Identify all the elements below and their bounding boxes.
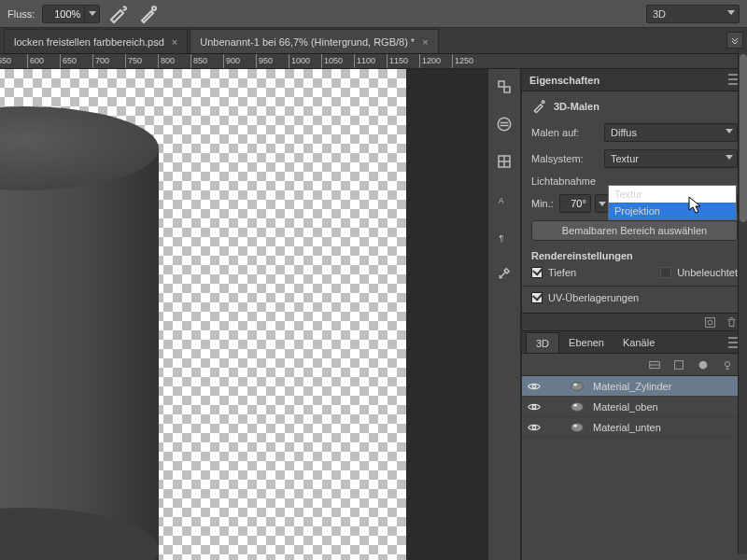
ruler-tick: 1050 [321, 54, 322, 69]
min-label: Min.: [531, 198, 554, 209]
document-tab-label: Unbenannt-1 bei 66,7% (Hintergrund, RGB/… [200, 36, 415, 48]
properties-panel-header[interactable]: Eigenschaften [522, 69, 747, 91]
svg-point-13 [725, 361, 729, 366]
ruler-tick: 650 [60, 54, 61, 69]
depth-checkbox[interactable]: Tiefen [531, 267, 576, 278]
horizontal-ruler[interactable]: 5506006507007508008509009501000105011001… [0, 54, 747, 69]
chevron-down-icon [89, 11, 96, 16]
material-icon [569, 399, 585, 414]
trash-icon[interactable] [726, 316, 738, 329]
layer-panel-tabs: 3D Ebenen Kanäle [522, 331, 747, 354]
material-row[interactable]: Material_oben [522, 397, 747, 417]
tab-overflow-button[interactable] [726, 32, 743, 49]
collapsed-panel-dock: A ¶ [487, 69, 521, 560]
ruler-tick: 950 [256, 54, 257, 69]
document-tab[interactable]: Unbenannt-1 bei 66,7% (Hintergrund, RGB/… [190, 29, 438, 53]
paint-system-value: Textur [611, 153, 639, 164]
flow-input[interactable] [43, 8, 84, 20]
paint-system-label: Malsystem: [531, 153, 599, 164]
panel-empty-area [522, 443, 747, 560]
ruler-tick: 800 [158, 54, 159, 69]
ruler-tick: 850 [190, 54, 191, 69]
right-panel-stack: Eigenschaften 3D-Malen Malen auf: Diffus… [521, 69, 747, 560]
ruler-tick: 600 [27, 54, 28, 69]
chevron-down-icon [727, 10, 735, 15]
section-title: 3D-Malen [531, 99, 738, 114]
tools-icon[interactable] [496, 265, 513, 282]
flow-label: Fluss: [7, 8, 35, 20]
flow-input-group[interactable] [42, 5, 100, 23]
close-icon[interactable]: × [172, 36, 177, 48]
vertical-scrollbar[interactable] [738, 50, 747, 554]
paint-system-select[interactable]: Textur [604, 149, 738, 168]
flow-dropdown-toggle[interactable] [84, 6, 99, 22]
document-tab-bar: locken freistellen farbbereich.psd × Unb… [0, 28, 747, 54]
main-area: A ¶ Eigenschaften 3D-Malen Malen auf: Di… [0, 69, 747, 560]
visibility-icon[interactable] [528, 421, 541, 434]
checkbox-icon [531, 267, 543, 278]
visibility-icon[interactable] [528, 400, 541, 413]
material-filter-icon[interactable] [697, 358, 710, 371]
render-icon[interactable] [704, 316, 716, 329]
character-icon[interactable]: A [496, 190, 513, 207]
chevron-down-icon [599, 202, 606, 206]
document-tab[interactable]: locken freistellen farbbereich.psd × [4, 29, 188, 53]
svg-point-15 [571, 382, 584, 390]
svg-rect-11 [675, 360, 684, 369]
mesh-filter-icon[interactable] [672, 358, 685, 371]
ruler-tick: 1150 [387, 54, 388, 69]
scene-filter-icon[interactable] [648, 358, 661, 371]
navigator-icon[interactable] [496, 78, 513, 95]
paint-on-label: Malen auf: [531, 127, 599, 138]
material-icon [569, 420, 585, 435]
ruler-tick: 1200 [419, 54, 420, 69]
svg-point-16 [573, 383, 577, 385]
material-row[interactable]: Material_unten [522, 417, 747, 438]
uv-overlay-checkbox[interactable]: UV-Überlagerungen [531, 292, 738, 303]
select-paintable-area-button[interactable]: Bemalbaren Bereich auswählen [531, 220, 738, 241]
svg-rect-1 [499, 81, 504, 87]
airbrush-toggle-icon[interactable] [107, 4, 130, 24]
paint-on-select[interactable]: Diffus [604, 123, 738, 142]
material-list: Material_ZylinderMaterial_obenMaterial_u… [522, 376, 747, 443]
checkbox-icon [531, 292, 543, 303]
ruler-tick: 900 [223, 54, 224, 69]
tablet-pressure-icon[interactable] [137, 4, 160, 24]
ruler-tick: 1000 [289, 54, 289, 69]
tab-layers[interactable]: Ebenen [559, 332, 613, 353]
min-input[interactable] [559, 194, 591, 213]
svg-text:¶: ¶ [500, 234, 504, 243]
svg-point-7 [542, 101, 544, 104]
chevron-down-icon [726, 155, 733, 160]
svg-point-12 [699, 360, 708, 369]
scrollbar-thumb[interactable] [740, 54, 747, 222]
paint-system-dropdown-list[interactable]: Textur Projektion [608, 185, 737, 220]
svg-point-20 [532, 426, 536, 429]
unlit-checkbox[interactable]: Unbeleuchtet [660, 267, 738, 278]
falloff-label: Lichtabnahme [531, 175, 596, 187]
canvas[interactable] [0, 69, 487, 560]
ruler-tick: 750 [125, 54, 126, 69]
light-filter-icon[interactable] [721, 358, 734, 371]
svg-point-14 [532, 385, 536, 388]
svg-rect-8 [706, 317, 715, 327]
paragraph-icon[interactable]: ¶ [496, 228, 513, 245]
ruler-tick: 1250 [452, 54, 453, 69]
dropdown-option[interactable]: Projektion [609, 203, 736, 219]
3d-filter-bar [522, 354, 747, 376]
paint-on-value: Diffus [611, 127, 637, 138]
properties-panel-title: Eigenschaften [529, 75, 599, 86]
material-icon [569, 379, 585, 394]
properties-panel-body: 3D-Malen Malen auf: Diffus Malsystem: Te… [522, 91, 747, 313]
material-row[interactable]: Material_Zylinder [522, 376, 747, 397]
workspace-mode-select[interactable]: 3D [646, 5, 740, 23]
close-icon[interactable]: × [422, 36, 428, 48]
cylinder-3d-object[interactable] [0, 106, 159, 560]
tab-channels[interactable]: Kanäle [613, 332, 664, 353]
visibility-icon[interactable] [528, 380, 541, 393]
tab-3d[interactable]: 3D [526, 332, 559, 353]
swatches-icon[interactable] [496, 153, 513, 170]
dropdown-option[interactable]: Textur [609, 186, 736, 203]
color-icon[interactable] [496, 116, 513, 133]
svg-point-17 [532, 405, 536, 409]
